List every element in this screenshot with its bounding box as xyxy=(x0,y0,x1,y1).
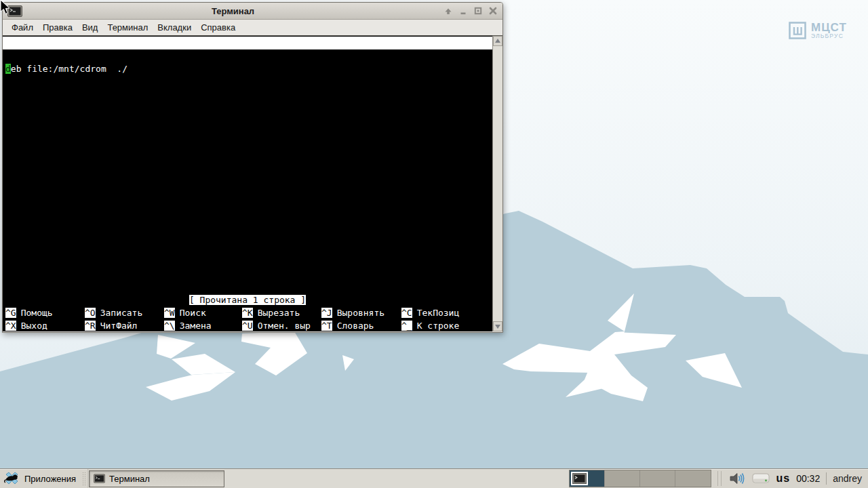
applications-menu-button[interactable]: Приложения xyxy=(0,470,81,488)
workspace-4[interactable] xyxy=(675,470,711,487)
panel-clock[interactable]: 00:32 xyxy=(796,473,820,484)
nano-buffer-line: deb file:/mnt/cdrom ./ xyxy=(5,62,492,75)
shortcut-label: Отмен. выр xyxy=(258,321,311,331)
shortcut-key: ^J xyxy=(321,308,332,318)
terminal-icon xyxy=(572,473,587,484)
system-tray: us 00:32 andrey xyxy=(715,470,868,487)
mouse-cursor-icon xyxy=(0,0,11,15)
workspace-1[interactable] xyxy=(570,470,605,487)
shortcut-key: ^O xyxy=(85,308,96,318)
shortcut-label: Помощь xyxy=(21,308,53,318)
minimize-button[interactable] xyxy=(458,6,468,16)
maximize-button[interactable] xyxy=(473,6,483,16)
workspace-3[interactable] xyxy=(640,470,675,487)
terminal-body: GNU nano 2.8.7 Файл: /etc/apt/sources.li… xyxy=(3,35,502,331)
nano-status-row: [ Прочитана 1 строка ] xyxy=(3,293,492,306)
nano-shortcut-row-1: ^GПомощь ^OЗаписать ^WПоиск ^KВырезать ^… xyxy=(3,306,492,319)
menu-tabs[interactable]: Вкладки xyxy=(153,21,196,34)
shade-button[interactable] xyxy=(443,6,453,16)
shortcut-label: К строке xyxy=(417,321,460,331)
shortcut-label: Выровнять xyxy=(337,308,384,318)
shade-icon xyxy=(443,6,453,16)
scroll-down-icon xyxy=(495,325,500,329)
shortcut-key: ^G xyxy=(5,308,16,318)
window-titlebar[interactable]: Терминал xyxy=(3,3,502,20)
shortcut-label: ЧитФайл xyxy=(100,321,138,331)
shortcut-label: Выход xyxy=(21,321,47,331)
applications-label: Приложения xyxy=(24,474,76,484)
nano-titlebar: GNU nano 2.8.7 Файл: /etc/apt/sources.li… xyxy=(3,37,492,49)
workspace-pager xyxy=(569,470,711,487)
scroll-up-button[interactable] xyxy=(493,36,502,46)
shortcut-key: ^U xyxy=(242,321,253,331)
maximize-icon xyxy=(473,6,483,16)
nano-version: GNU nano 2.8.7 xyxy=(12,49,87,62)
shortcut-label: Замена xyxy=(180,321,212,331)
menu-edit[interactable]: Правка xyxy=(38,21,77,34)
close-icon xyxy=(488,6,498,16)
window-tasklist: Терминал xyxy=(87,469,569,488)
workspace-1-window-thumb xyxy=(571,472,588,485)
window-title: Терминал xyxy=(22,6,443,16)
minimize-icon xyxy=(458,6,468,16)
shortcut-key: ^\ xyxy=(164,321,175,331)
tray-separator xyxy=(826,472,827,485)
task-button-label: Терминал xyxy=(109,474,150,484)
logo-subtitle: ЭЛЬБРУС xyxy=(811,33,847,39)
nano-cursor: d xyxy=(5,64,11,74)
shortcut-label: Словарь xyxy=(337,321,374,331)
menu-file[interactable]: Файл xyxy=(7,21,38,34)
shortcut-label: Поиск xyxy=(180,308,206,318)
scroll-down-button[interactable] xyxy=(493,321,502,331)
scroll-up-icon xyxy=(495,39,500,43)
nano-status-message: [ Прочитана 1 строка ] xyxy=(189,295,306,305)
shortcut-key: ^K xyxy=(242,308,253,318)
nano-editor-screen[interactable]: GNU nano 2.8.7 Файл: /etc/apt/sources.li… xyxy=(3,36,492,331)
shortcut-key: ^R xyxy=(85,321,96,331)
nano-shortcut-row-2: ^XВыход ^RЧитФайл ^\Замена ^UОтмен. выр … xyxy=(3,319,492,331)
shortcut-key: ^X xyxy=(5,321,16,331)
buffer-text: eb file:/mnt/cdrom ./ xyxy=(11,64,127,74)
window-menubar: Файл Правка Вид Терминал Вкладки Справка xyxy=(3,20,502,35)
shortcut-key: ^C xyxy=(401,308,412,318)
terminal-icon xyxy=(94,474,105,483)
shortcut-key: ^T xyxy=(321,321,332,331)
keyboard-layout-indicator[interactable]: us xyxy=(776,472,790,485)
terminal-scrollbar[interactable] xyxy=(492,36,502,331)
workspace-2[interactable] xyxy=(605,470,640,487)
shortcut-label: Записать xyxy=(100,308,143,318)
mcst-logo-icon xyxy=(789,22,806,39)
removable-drive-icon[interactable] xyxy=(752,472,770,485)
task-button-terminal[interactable]: Терминал xyxy=(89,470,224,487)
xfce-applications-icon xyxy=(3,471,20,486)
menu-view[interactable]: Вид xyxy=(77,21,103,34)
terminal-window: Терминал xyxy=(2,2,503,333)
taskbar-panel: Приложения Терминал xyxy=(0,468,868,488)
session-user[interactable]: andrey xyxy=(833,473,862,484)
shortcut-key: ^_ xyxy=(401,321,412,331)
shortcut-key: ^W xyxy=(164,308,175,318)
panel-handle[interactable] xyxy=(82,472,87,486)
shortcut-label: Вырезать xyxy=(258,308,300,318)
volume-icon[interactable] xyxy=(729,470,746,487)
shortcut-label: ТекПозиц xyxy=(417,308,460,318)
menu-help[interactable]: Справка xyxy=(196,21,240,34)
tray-handle[interactable] xyxy=(717,471,722,486)
logo-title: МЦСТ xyxy=(811,22,847,33)
mcst-elbrus-logo: МЦСТ ЭЛЬБРУС xyxy=(789,22,847,39)
menu-terminal[interactable]: Терминал xyxy=(102,21,153,34)
close-button[interactable] xyxy=(488,6,498,16)
